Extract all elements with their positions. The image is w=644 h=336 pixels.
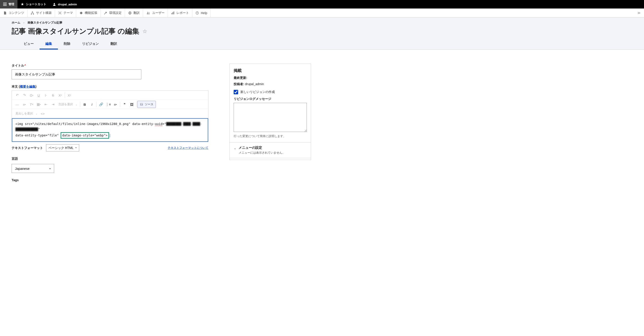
ck-toolbar: ↶ ↷ Ω▾ U I× S X2 X2 — ≡▾ T× ▦▾ xyxy=(12,91,208,118)
removeformat-button[interactable]: I× xyxy=(42,92,50,99)
svg-text:?: ? xyxy=(196,12,198,14)
text-format-help-link[interactable]: テキストフォーマットについて xyxy=(168,146,208,150)
link-button[interactable]: 🔗 xyxy=(98,101,105,108)
globe-icon xyxy=(128,11,132,15)
underline-button[interactable]: U xyxy=(35,92,42,99)
menu-settings-subtitle: メニューには表示されていません。 xyxy=(238,151,285,155)
indent-button[interactable]: ⇥ xyxy=(50,101,56,108)
user-icon xyxy=(52,3,56,6)
shortcut-label: ショートカット xyxy=(26,2,46,6)
source-icon xyxy=(140,103,143,106)
redo-button[interactable]: ↷ xyxy=(21,92,28,99)
meta-author: 投稿者: drupal_admin xyxy=(234,82,307,86)
shortcut-menu[interactable]: ショートカット xyxy=(18,0,50,9)
source-button[interactable]: ソース xyxy=(137,101,156,108)
local-tabs: ビュー 編集 削除 リビジョン 翻訳 xyxy=(12,39,632,50)
svg-point-9 xyxy=(147,12,148,13)
bold-button[interactable]: B xyxy=(81,101,88,108)
svg-rect-4 xyxy=(32,12,33,12)
language-select[interactable]: Japanese xyxy=(12,164,54,173)
align-button[interactable]: ≡▾ xyxy=(21,101,28,108)
sitemap-icon xyxy=(31,11,34,15)
admin-toolbar: コンテンツ サイト構築 テーマ 機能拡張 環境設定 翻訳 ユーザー レポート ?… xyxy=(0,9,644,18)
superscript-button[interactable]: X2 xyxy=(66,92,73,99)
user-menu[interactable]: drupal_admin xyxy=(50,0,80,9)
blockquote-button[interactable]: ❝ xyxy=(121,101,128,108)
tab-delete[interactable]: 削除 xyxy=(58,39,76,50)
revision-log-label: リビジョンログメッセージ xyxy=(234,97,307,101)
specialchar-button[interactable]: Ω▾ xyxy=(28,92,35,99)
star-icon xyxy=(20,3,24,6)
text-format-select[interactable]: ベーシック HTML xyxy=(46,144,79,151)
svg-rect-12 xyxy=(173,12,173,14)
clearformat-button[interactable]: T× xyxy=(28,101,35,108)
svg-point-10 xyxy=(149,12,149,13)
tab-revisions[interactable]: リビジョン xyxy=(76,39,105,50)
edit-summary-link[interactable]: 概要を編集 xyxy=(20,85,36,88)
field-language: 言語 Japanese xyxy=(12,157,208,173)
admin-nav-config[interactable]: 環境設定 xyxy=(100,9,125,17)
sidebar-panel: 掲載 最終更新: 投稿者: drupal_admin 新しいリビジョンの作成 リ… xyxy=(230,64,311,160)
chart-icon xyxy=(171,11,175,15)
title-input[interactable] xyxy=(12,69,141,79)
tab-view[interactable]: ビュー xyxy=(18,39,40,50)
puzzle-icon xyxy=(80,11,83,15)
italic-button[interactable]: I xyxy=(88,101,96,108)
codeblock-button[interactable]: <> xyxy=(39,110,46,117)
breadcrumb: ホーム › 画像スタイルサンプル記事 xyxy=(12,21,632,25)
new-revision-label: 新しいリビジョンの作成 xyxy=(240,90,275,94)
new-revision-checkbox[interactable] xyxy=(234,90,238,94)
ck-source-editor[interactable]: <img src="/sites/default/files/inline-im… xyxy=(12,118,208,142)
admin-nav-appearance[interactable]: テーマ xyxy=(55,9,76,17)
page-title: 記事 画像スタイルサンプル記事 の編集 xyxy=(12,27,139,36)
admin-manage-toggle[interactable]: 管理 xyxy=(0,0,18,9)
outdent-button[interactable]: ⇤ xyxy=(42,101,50,108)
header-region: ホーム › 画像スタイルサンプル記事 記事 画像スタイルサンプル記事 の編集 ☆… xyxy=(0,18,644,50)
admin-nav-people[interactable]: ユーザー xyxy=(143,9,168,17)
field-tags: Tags xyxy=(12,178,208,182)
hamburger-icon xyxy=(3,3,7,6)
revision-log-textarea[interactable] xyxy=(234,103,307,132)
menu-settings-title: メニューの設定 xyxy=(238,146,285,150)
heading-dropdown[interactable]: 見出しを選択⌄ xyxy=(14,110,39,117)
admin-nav-extend[interactable]: 機能拡張 xyxy=(76,9,100,17)
magic-icon xyxy=(58,11,62,15)
sidebar-publish-title: 掲載 xyxy=(234,68,307,73)
breadcrumb-home[interactable]: ホーム xyxy=(12,21,20,25)
svg-rect-6 xyxy=(33,14,34,14)
collapse-icon xyxy=(637,11,641,15)
undo-button[interactable]: ↶ xyxy=(14,92,21,99)
revision-log-help: 行った変更について簡単に説明します。 xyxy=(234,134,307,138)
admin-nav-reports[interactable]: レポート xyxy=(168,9,192,17)
subscript-button[interactable]: X2 xyxy=(56,92,64,99)
text-format-label: テキストフォーマット xyxy=(12,146,43,150)
hr-button[interactable]: — xyxy=(14,101,21,108)
tab-edit[interactable]: 編集 xyxy=(40,39,58,50)
tags-label: Tags xyxy=(12,178,208,182)
image-button[interactable]: 🖼 xyxy=(128,101,135,108)
people-icon xyxy=(146,11,150,15)
admin-topbar: 管理 ショートカット drupal_admin xyxy=(0,0,644,9)
meta-last-updated: 最終更新: xyxy=(234,76,307,80)
bulletlist-button[interactable]: ⋮≡ xyxy=(105,101,112,108)
svg-point-7 xyxy=(59,12,61,14)
table-button[interactable]: ▦▾ xyxy=(35,101,42,108)
tab-translate[interactable]: 翻訳 xyxy=(105,39,123,50)
help-icon: ? xyxy=(196,11,199,15)
ckeditor: ↶ ↷ Ω▾ U I× S X2 X2 — ≡▾ T× ▦▾ xyxy=(12,90,208,142)
field-body: 本文 (概要を編集) ↶ ↷ Ω▾ U I× S X2 X2 xyxy=(12,85,208,151)
admin-nav-help[interactable]: ? Help xyxy=(192,9,211,17)
strikethrough-button[interactable]: S xyxy=(50,92,56,99)
toolbar-orientation-toggle[interactable] xyxy=(634,9,644,17)
user-label: drupal_admin xyxy=(58,3,77,6)
language-dropdown[interactable]: 言語を選択⌄ xyxy=(56,101,79,108)
numberlist-button[interactable]: ≡▾ xyxy=(112,101,119,108)
title-label: タイトル* xyxy=(12,64,208,68)
sidebar-menu-settings[interactable]: ⌄ メニューの設定 メニューには表示されていません。 xyxy=(230,142,311,158)
field-title: タイトル* xyxy=(12,64,208,79)
admin-nav-structure[interactable]: サイト構築 xyxy=(28,9,55,17)
admin-nav-content[interactable]: コンテンツ xyxy=(0,9,28,17)
add-shortcut-star[interactable]: ☆ xyxy=(142,28,147,35)
admin-nav-translate[interactable]: 翻訳 xyxy=(125,9,143,17)
chevron-down-icon: ⌄ xyxy=(234,146,236,150)
